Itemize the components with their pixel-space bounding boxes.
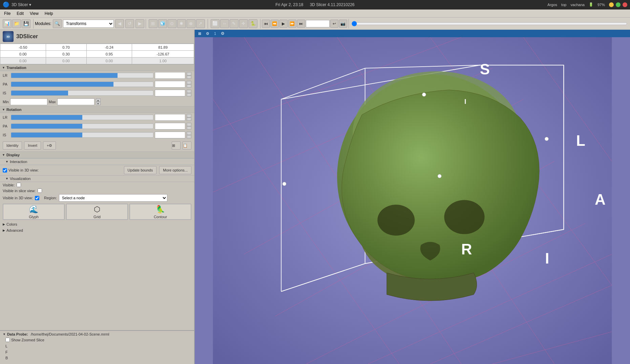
update-bounds-button[interactable]: Update bounds bbox=[124, 166, 157, 174]
visible-3d-text: Visible in 3D view: bbox=[8, 168, 39, 172]
grid-button[interactable]: ⬡ Grid bbox=[66, 204, 128, 220]
layout-btn-3[interactable]: ⊙ bbox=[168, 19, 176, 28]
more-options-button[interactable]: More options... bbox=[159, 166, 191, 174]
module-forward-btn[interactable]: ▶ bbox=[135, 19, 144, 28]
markup-btn[interactable]: ✎ bbox=[230, 19, 238, 28]
loop-btn[interactable]: ↩ bbox=[330, 20, 338, 28]
module-search-btn[interactable]: 🔍 bbox=[53, 19, 62, 28]
rot-pa-track[interactable] bbox=[11, 123, 153, 129]
menu-help[interactable]: Help bbox=[42, 10, 56, 17]
view-close-btn[interactable]: ⊠ bbox=[196, 30, 203, 37]
rot-lr-down[interactable]: ▼ bbox=[187, 117, 191, 121]
lr-spin-down[interactable]: ▼ bbox=[187, 75, 191, 79]
max-input[interactable]: 200.0000mm bbox=[57, 98, 94, 105]
vis-slice-checkbox[interactable] bbox=[38, 188, 42, 193]
probe-content: Show Zoomed Slice L F B bbox=[3, 336, 191, 363]
fps-input[interactable]: 100.0fps bbox=[306, 20, 330, 27]
toolbar-save-btn[interactable]: 💾 bbox=[22, 19, 30, 28]
play-next-btn[interactable]: ⏩ bbox=[288, 20, 296, 28]
paste-btn[interactable]: 📋 bbox=[183, 141, 191, 150]
translation-header[interactable]: ▼ Translation bbox=[0, 64, 194, 71]
user: vachana bbox=[570, 3, 585, 7]
frame-slider[interactable] bbox=[352, 21, 627, 26]
frame-slider-area bbox=[350, 21, 629, 26]
rot-is-down[interactable]: ▼ bbox=[187, 135, 191, 138]
menu-view[interactable]: View bbox=[27, 10, 41, 17]
rot-lr-up[interactable]: ▲ bbox=[187, 114, 191, 117]
minmax-spin-up[interactable]: ▲ bbox=[96, 98, 101, 102]
copy-paste-button[interactable]: +⚙ bbox=[43, 141, 56, 150]
probe-header[interactable]: ▼ Data Probe: /home/thej/Documents/2021-… bbox=[3, 332, 191, 336]
layout-btn-6[interactable]: ↗ bbox=[196, 19, 205, 28]
close-button[interactable] bbox=[623, 2, 627, 7]
menu-file[interactable]: File bbox=[1, 10, 13, 17]
contour-button[interactable]: 🦜 Contour bbox=[129, 204, 191, 220]
vis-visible-row: Visible: bbox=[0, 182, 194, 188]
interaction-header[interactable]: ▼ Interaction bbox=[0, 158, 194, 165]
layout-btn-2[interactable]: 🧊 bbox=[158, 19, 167, 28]
play-prev-btn[interactable]: ⏪ bbox=[271, 20, 279, 28]
layout-btn-4[interactable]: ✱ bbox=[177, 19, 186, 28]
display-header[interactable]: ▼ Display bbox=[0, 152, 194, 158]
is-value-input[interactable]: -126.6739mm bbox=[155, 90, 185, 96]
probe-path: /home/thej/Documents/2021-04-02-Scene.mr… bbox=[31, 332, 109, 336]
module-back-btn[interactable]: ◀ bbox=[115, 19, 124, 28]
minmax-spin-down[interactable]: ▼ bbox=[96, 102, 101, 105]
pa-value-input[interactable]: 81.8858mm bbox=[155, 81, 185, 88]
view-gear-btn[interactable]: ⚙ bbox=[219, 30, 227, 37]
main-content: 3D 3DSlicer -0.50 0.70 -0.24 81.89 0.00 … bbox=[0, 30, 630, 364]
rot-lr-input[interactable]: 0.0° bbox=[155, 114, 185, 121]
vis-3d-checkbox[interactable] bbox=[35, 196, 39, 200]
m10: 0.00 bbox=[0, 51, 46, 58]
m00: -0.50 bbox=[0, 44, 46, 51]
vis-visible-checkbox[interactable] bbox=[17, 183, 21, 187]
glyph-button[interactable]: 🌊 Glyph bbox=[3, 204, 65, 220]
is-slider-track[interactable] bbox=[11, 90, 153, 96]
rot-pa-down[interactable]: ▼ bbox=[187, 126, 191, 130]
rotation-header[interactable]: ▼ Rotation bbox=[0, 106, 194, 113]
region-dropdown[interactable]: Select a node bbox=[59, 194, 167, 202]
layout-btn-5[interactable]: ⊗ bbox=[187, 19, 195, 28]
rot-is-track[interactable] bbox=[11, 132, 153, 138]
menu-edit[interactable]: Edit bbox=[14, 10, 26, 17]
crosshair-btn[interactable]: ✛ bbox=[239, 19, 248, 28]
visible-3d-checkbox[interactable] bbox=[3, 168, 7, 173]
identity-button[interactable]: Identity bbox=[3, 141, 22, 150]
frame-btn[interactable]: ⬜ bbox=[211, 19, 219, 28]
rot-is-input[interactable]: 0.0° bbox=[155, 132, 185, 138]
transform-btn[interactable]: ↔ bbox=[220, 19, 229, 28]
rot-lr-track[interactable] bbox=[11, 115, 153, 120]
toolbar-dcm-btn[interactable]: 📁 bbox=[12, 19, 21, 28]
python-btn[interactable]: 🐍 bbox=[249, 19, 257, 28]
minimize-button[interactable] bbox=[609, 2, 614, 7]
pa-slider-track[interactable] bbox=[11, 82, 153, 87]
module-reload-btn[interactable]: ↺ bbox=[125, 19, 134, 28]
pa-spin-up[interactable]: ▲ bbox=[187, 81, 191, 84]
is-spin-down[interactable]: ▼ bbox=[187, 93, 191, 96]
layout-btn-1[interactable]: ⊞ bbox=[149, 19, 158, 28]
lr-value-input[interactable]: 101.3823mm bbox=[155, 72, 185, 79]
visualization-header[interactable]: ▼ Visualization bbox=[0, 175, 194, 182]
rot-pa-input[interactable]: 0.0° bbox=[155, 123, 185, 130]
lr-slider-track[interactable] bbox=[11, 73, 153, 78]
module-dropdown[interactable]: Transforms Volumes Models bbox=[63, 20, 114, 28]
play-end-btn[interactable]: ⏭ bbox=[297, 20, 305, 28]
maximize-button[interactable] bbox=[616, 2, 621, 7]
is-spin-up[interactable]: ▲ bbox=[187, 90, 191, 93]
invert-button[interactable]: Invert bbox=[24, 141, 41, 150]
min-input[interactable]: -429.3917mm bbox=[10, 98, 47, 105]
show-zoomed-checkbox[interactable] bbox=[5, 338, 10, 342]
toolbar-data-btn[interactable]: 📊 bbox=[3, 19, 12, 28]
snapshot-btn[interactable]: 📷 bbox=[339, 20, 347, 28]
is-slider-fill bbox=[11, 91, 68, 95]
play-start-btn[interactable]: ⏮ bbox=[262, 20, 270, 28]
rot-is-up[interactable]: ▲ bbox=[187, 132, 191, 135]
advanced-row[interactable]: ▶ Advanced bbox=[0, 227, 194, 233]
play-btn[interactable]: ▶ bbox=[279, 20, 288, 28]
copy-btn[interactable]: ⊞ bbox=[172, 141, 181, 150]
colors-row[interactable]: ▶ Colors bbox=[0, 221, 194, 227]
pa-spin-down[interactable]: ▼ bbox=[187, 84, 191, 88]
lr-spin-up[interactable]: ▲ bbox=[187, 72, 191, 75]
view-settings-btn[interactable]: ⚙ bbox=[204, 30, 211, 37]
rot-pa-up[interactable]: ▲ bbox=[187, 123, 191, 126]
